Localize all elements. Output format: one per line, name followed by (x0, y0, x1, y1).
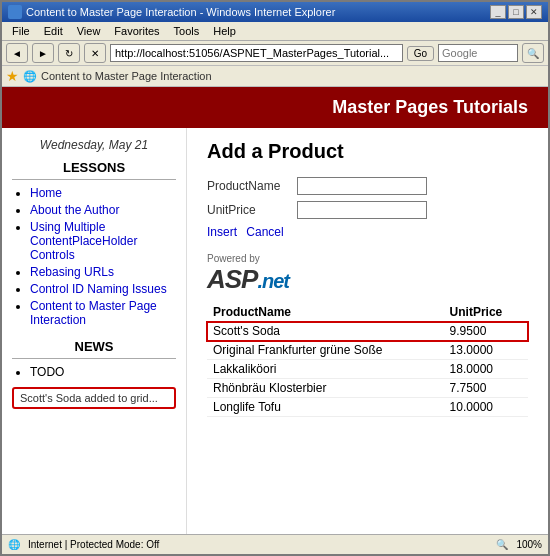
lessons-title: LESSONS (12, 160, 176, 180)
table-row: Longlife Tofu10.0000 (207, 398, 528, 417)
browser-frame: Content to Master Page Interaction - Win… (0, 0, 550, 556)
product-name-label: ProductName (207, 179, 297, 193)
title-bar: Content to Master Page Interaction - Win… (2, 2, 548, 22)
menu-file[interactable]: File (6, 24, 36, 38)
status-right: 🔍 100% (496, 539, 542, 550)
status-message: Scott's Soda added to grid... (20, 392, 158, 404)
sidebar: Wednesday, May 21 LESSONS Home About the… (2, 128, 187, 534)
minimize-button[interactable]: _ (490, 5, 506, 19)
table-row: Rhönbräu Klosterbier7.7500 (207, 379, 528, 398)
menu-view[interactable]: View (71, 24, 107, 38)
search-button[interactable]: 🔍 (522, 43, 544, 63)
product-name-input[interactable] (297, 177, 427, 195)
toolbar-page-label: 🌐 (23, 70, 37, 83)
table-row: Original Frankfurter grüne Soße13.0000 (207, 341, 528, 360)
menu-tools[interactable]: Tools (168, 24, 206, 38)
news-list: TODO (12, 365, 176, 379)
powered-by-text: Powered by (207, 253, 260, 264)
search-input[interactable] (438, 44, 518, 62)
product-name-row: ProductName (207, 177, 528, 195)
site-header: Master Pages Tutorials (2, 87, 548, 128)
product-name-cell: Longlife Tofu (207, 398, 444, 417)
aspnet-logo: Powered by ASP.net (207, 253, 528, 295)
window-title: Content to Master Page Interaction - Win… (26, 6, 335, 18)
unit-price-cell: 18.0000 (444, 360, 528, 379)
main-content: Add a Product ProductName UnitPrice Inse… (187, 128, 548, 534)
zoom-level: 100% (516, 539, 542, 550)
site-title: Master Pages Tutorials (332, 97, 528, 117)
address-input[interactable] (110, 44, 403, 62)
aspnet-logo-text: ASP.net (207, 264, 289, 295)
sidebar-news: NEWS TODO Scott's Soda added to grid... (12, 339, 176, 409)
add-product-form: ProductName UnitPrice Insert Cancel (207, 177, 528, 239)
product-name-cell: Lakkaliköori (207, 360, 444, 379)
net-text: .net (257, 270, 289, 292)
menu-edit[interactable]: Edit (38, 24, 69, 38)
product-name-cell: Original Frankfurter grüne Soße (207, 341, 444, 360)
sidebar-date: Wednesday, May 21 (12, 138, 176, 152)
table-row: Lakkaliköori18.0000 (207, 360, 528, 379)
back-button[interactable]: ◄ (6, 43, 28, 63)
address-bar: ◄ ► ↻ ✕ Go 🔍 (2, 41, 548, 66)
status-bar: 🌐 Internet | Protected Mode: Off 🔍 100% (2, 534, 548, 554)
page-title: Add a Product (207, 140, 528, 163)
unit-price-cell: 10.0000 (444, 398, 528, 417)
insert-link[interactable]: Insert (207, 225, 237, 239)
product-name-cell: Scott's Soda (207, 322, 444, 341)
news-item-todo: TODO (30, 365, 176, 379)
unit-price-cell: 13.0000 (444, 341, 528, 360)
col-unit-price: UnitPrice (444, 303, 528, 322)
star-icon: ★ (6, 68, 19, 84)
forward-button[interactable]: ► (32, 43, 54, 63)
nav-multiple-placeholder[interactable]: Using Multiple ContentPlaceHolder Contro… (30, 220, 137, 262)
status-left: 🌐 Internet | Protected Mode: Off (8, 539, 159, 550)
nav-content-interaction[interactable]: Content to Master Page Interaction (30, 299, 157, 327)
news-title: NEWS (12, 339, 176, 359)
nav-home[interactable]: Home (30, 186, 62, 200)
nav-about[interactable]: About the Author (30, 203, 119, 217)
close-button[interactable]: ✕ (526, 5, 542, 19)
toolbar: ★ 🌐 Content to Master Page Interaction (2, 66, 548, 87)
page-body: Wednesday, May 21 LESSONS Home About the… (2, 128, 548, 534)
form-actions: Insert Cancel (207, 225, 528, 239)
stop-button[interactable]: ✕ (84, 43, 106, 63)
cancel-link[interactable]: Cancel (246, 225, 283, 239)
status-icon: 🌐 (8, 539, 20, 550)
menu-help[interactable]: Help (207, 24, 242, 38)
restore-button[interactable]: □ (508, 5, 524, 19)
browser-icon (8, 5, 22, 19)
zone-info: Internet | Protected Mode: Off (28, 539, 159, 550)
status-notification: Scott's Soda added to grid... (12, 387, 176, 409)
nav-rebasing[interactable]: Rebasing URLs (30, 265, 114, 279)
page-content: Master Pages Tutorials Wednesday, May 21… (2, 87, 548, 534)
table-row: Scott's Soda9.9500 (207, 322, 528, 341)
unit-price-cell: 9.9500 (444, 322, 528, 341)
zoom-icon: 🔍 (496, 539, 508, 550)
nav-control-id[interactable]: Control ID Naming Issues (30, 282, 167, 296)
product-table-wrapper: ProductName UnitPrice Scott's Soda9.9500… (207, 303, 528, 417)
unit-price-row: UnitPrice (207, 201, 528, 219)
menu-bar: File Edit View Favorites Tools Help (2, 22, 548, 41)
menu-favorites[interactable]: Favorites (108, 24, 165, 38)
unit-price-cell: 7.7500 (444, 379, 528, 398)
go-button[interactable]: Go (407, 46, 434, 61)
asp-text: ASP (207, 264, 257, 294)
toolbar-page-title: Content to Master Page Interaction (41, 70, 212, 82)
table-header-row: ProductName UnitPrice (207, 303, 528, 322)
col-product-name: ProductName (207, 303, 444, 322)
unit-price-label: UnitPrice (207, 203, 297, 217)
refresh-button[interactable]: ↻ (58, 43, 80, 63)
product-table: ProductName UnitPrice Scott's Soda9.9500… (207, 303, 528, 417)
product-name-cell: Rhönbräu Klosterbier (207, 379, 444, 398)
unit-price-input[interactable] (297, 201, 427, 219)
sidebar-nav: Home About the Author Using Multiple Con… (12, 186, 176, 327)
